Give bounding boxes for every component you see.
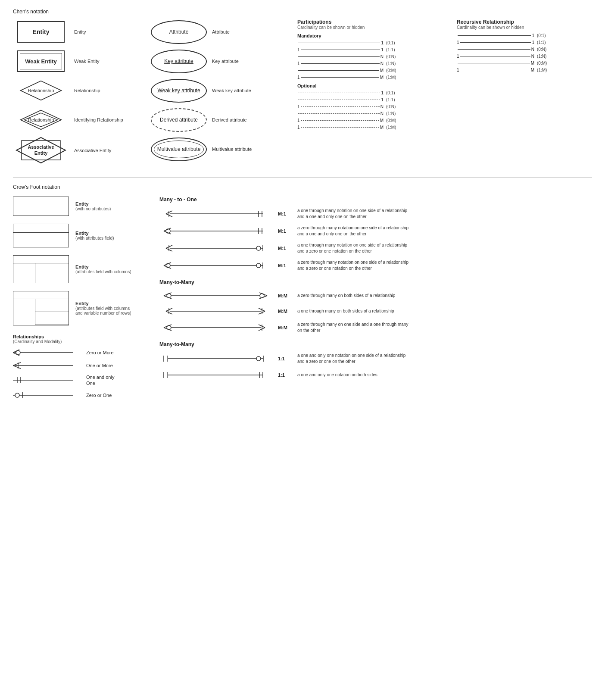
assoc-entity-desc: Associative Entity <box>74 148 151 153</box>
entity-desc: Entity <box>74 29 151 34</box>
oo-desc-1: a one and only one notation on one side … <box>297 353 405 365</box>
chens-entity-item: Entity Entity <box>13 19 151 45</box>
crows-rel-zero-one: Zero or One <box>13 391 147 400</box>
crows-entity-with-var-shape <box>13 291 69 325</box>
crows-entity-with-var-title: Entity <box>75 301 131 306</box>
rec-line-container-1: 1 <box>457 33 534 38</box>
rec-solid-line-1 <box>458 35 531 36</box>
part-line-3: N <box>297 54 384 59</box>
one-only-label: One and onlyOne <box>86 374 114 387</box>
mm-desc-3: a zero through many on one side and a on… <box>297 322 408 334</box>
participations-title: Participations <box>297 19 444 25</box>
crows-entity-with-cols: Entity (attributes field with columns) <box>13 255 147 283</box>
rec-solid-line-6 <box>460 70 530 71</box>
crows-entity-with-cols-title: Entity <box>75 264 131 269</box>
chens-relationship-item: Relationship Relationship <box>13 78 151 103</box>
weak-key-attr-shape: Weak key attribute <box>151 79 207 103</box>
dashed-line-1 <box>298 93 380 94</box>
zero-one-symbol <box>13 391 82 400</box>
crows-entity-with-attr-shape <box>13 224 69 247</box>
rec-label-6: (1:M) <box>537 68 547 72</box>
dashed-line-5 <box>301 120 379 121</box>
part-num-right-6: M <box>380 75 384 80</box>
assoc-entity-shape-container: AssociativeEntity <box>13 136 69 164</box>
svg-point-35 <box>256 246 261 250</box>
part-opt-num-right-1: 1 <box>381 91 384 95</box>
part-num-right-1: 1 <box>381 41 384 45</box>
relationship-shape-container: Relationship <box>13 80 69 101</box>
mandatory-label: Mandatory <box>297 33 444 38</box>
attribute-shape-label: Attribute <box>169 29 189 35</box>
crows-entity-no-attr-title: Entity <box>75 201 111 206</box>
solid-line-2 <box>301 50 380 50</box>
oo-label-1: 1:1 <box>278 356 291 361</box>
svg-line-12 <box>13 366 21 369</box>
crows-rel-one-more: One or More <box>13 361 147 370</box>
part-opt-label-6: (1:M) <box>386 125 396 130</box>
chens-multivalue-attr-item: Multivalue attribute Multivalue attribut… <box>151 136 293 162</box>
oo-desc-2: a one and only one notation on both side… <box>297 372 377 378</box>
crows-entity-with-var-label: Entity (attributes field with columns an… <box>75 301 131 316</box>
crows-rel-sub: (Cardinality and Modality) <box>13 339 147 344</box>
part-mandatory-row-3: N (0:N) <box>297 54 444 59</box>
solid-line-3 <box>298 56 380 57</box>
m1-row-1: M:1 a one through many notation on one s… <box>159 208 592 220</box>
rec-num-right-6: M <box>531 68 534 72</box>
part-label-2: (1:1) <box>386 47 395 52</box>
rec-row-2: 1 1 (1:1) <box>457 40 577 45</box>
key-attr-shape: Key attribute <box>151 50 207 73</box>
svg-point-41 <box>256 263 261 268</box>
weak-entity-shape-container: Weak Entity <box>13 50 69 72</box>
dashed-line-3 <box>301 106 380 107</box>
m1-row-3: M:1 a one through many notation on one s… <box>159 242 592 254</box>
solid-line-5 <box>298 70 379 71</box>
crows-rel-one-only: One and onlyOne <box>13 374 147 387</box>
part-opt-line-6: 1 M <box>297 125 384 130</box>
participations-subtitle: Cardinality can be shown or hidden <box>297 25 444 30</box>
crows-cols-header <box>13 256 69 263</box>
part-num-left-2: 1 <box>297 47 300 52</box>
crows-var-col1 <box>13 299 35 325</box>
derived-attr-shape-container: Derived attribute <box>151 108 207 132</box>
part-label-4: (1:N) <box>386 61 396 66</box>
part-num-right-3: N <box>380 54 384 59</box>
crows-var-row1 <box>35 299 69 312</box>
key-attr-desc: Key attribute <box>212 59 293 64</box>
oo-label-2: 1:1 <box>278 372 291 378</box>
oo-line-1 <box>159 353 271 364</box>
part-label-6: (1:M) <box>386 75 396 80</box>
part-line-5: M <box>297 68 384 73</box>
m1-line-2 <box>159 226 271 236</box>
rec-row-6: 1 M (1:M) <box>457 68 577 72</box>
m1-line-3 <box>159 243 271 253</box>
part-mandatory-row-2: 1 1 (1:1) <box>297 47 444 52</box>
chens-weak-entity-item: Weak Entity Weak Entity <box>13 48 151 74</box>
m1-desc-3: a one through many notation on one side … <box>297 242 407 254</box>
part-mandatory-row-6: 1 M (1:M) <box>297 75 444 80</box>
rec-num-right-3: N <box>531 47 534 52</box>
chens-middle-col: Attribute Attribute Key attribute Key at… <box>151 19 293 162</box>
one-more-label: One or More <box>86 363 113 368</box>
part-line-6: 1 M <box>297 75 384 80</box>
weak-entity-shape: Weak Entity <box>17 50 65 72</box>
rec-num-right-5: M <box>531 61 534 66</box>
part-num-right-2: 1 <box>381 47 384 52</box>
crows-col1 <box>13 263 35 283</box>
crows-layout: Entity (with no attributes) Entity (with… <box>13 197 592 404</box>
part-opt-line-1: 1 <box>297 91 384 95</box>
part-label-5: (0:M) <box>386 68 396 73</box>
rec-num-left-6: 1 <box>457 68 459 72</box>
crows-entity-with-attr-title: Entity <box>75 231 114 236</box>
crows-cols-row <box>13 263 69 283</box>
crows-entity-with-attr: Entity (with attributes field) <box>13 224 147 247</box>
crows-var-row2 <box>35 312 69 325</box>
page: Chen's notation Entity Entity Weak Entit… <box>0 0 605 412</box>
key-attr-shape-container: Key attribute <box>151 50 207 73</box>
chens-weak-key-attr-item: Weak key attribute Weak key attribute <box>151 78 293 103</box>
rec-row-1: 1 (0:1) <box>457 33 577 38</box>
svg-point-67 <box>256 356 261 361</box>
relationship-desc: Relationship <box>74 88 151 93</box>
id-relationship-shape-container: Relationship <box>13 109 69 131</box>
rec-row-4: 1 N (1:N) <box>457 54 577 59</box>
key-attr-shape-label: Key attribute <box>164 58 193 64</box>
